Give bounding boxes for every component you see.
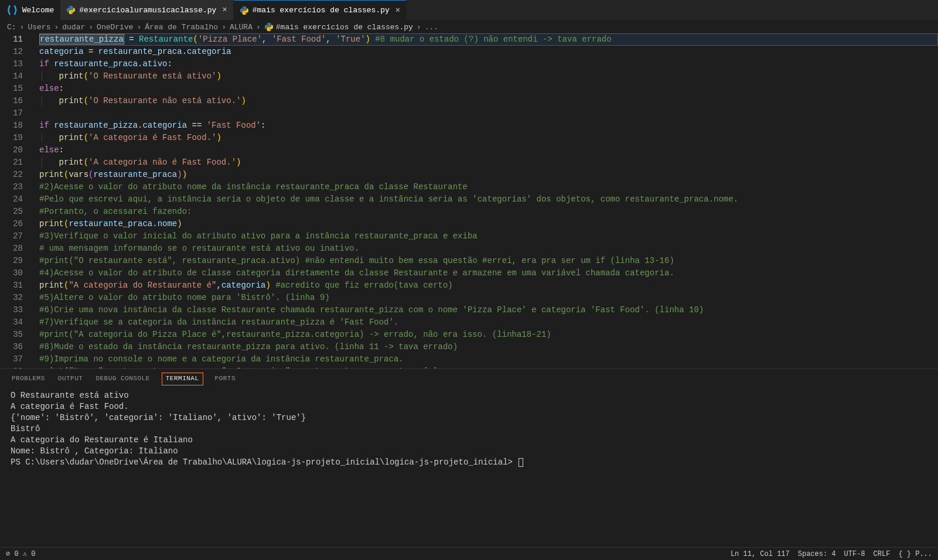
close-icon[interactable]: × (222, 5, 227, 15)
tab-file-1[interactable]: #exercicioaluramusicaclasse.py× (60, 0, 233, 20)
breadcrumb-segment[interactable]: Users (28, 23, 50, 32)
line-number: 29 (0, 255, 23, 267)
python-file-icon (264, 22, 274, 32)
line-number: 31 (0, 279, 23, 292)
status-right: Ln 11, Col 117Spaces: 4UTF-8CRLF{ } P... (731, 550, 932, 558)
terminal-line: O Restaurante está ativo (11, 390, 927, 401)
terminal-prompt[interactable]: PS C:\Users\dudar\OneDrive\Área de Traba… (11, 457, 927, 468)
code-line[interactable]: print(restaurante_praca.nome) (39, 218, 938, 230)
panel-tab-problems[interactable]: PROBLEMS (11, 373, 46, 385)
code-line[interactable]: #Portanto, o acessarei fazendo: (39, 206, 938, 218)
code-line[interactable]: else: (39, 83, 938, 95)
panel-tab-terminal[interactable]: TERMINAL (162, 373, 203, 385)
code-line[interactable]: print(vars(restaurante_praca)) (39, 169, 938, 181)
breadcrumb-segment[interactable]: C: (7, 23, 16, 32)
chevron-right-icon: › (417, 23, 421, 32)
code-line[interactable]: #3)Verifique o valor inicial do atributo… (39, 230, 938, 243)
breadcrumb-file[interactable]: #mais exercícios de classes.py (276, 23, 413, 32)
code-line[interactable]: restaurante_pizza = Restaurante('Pizza P… (39, 33, 938, 46)
code-line[interactable]: #9)Imprima no console o nome e a categor… (39, 353, 938, 366)
line-number: 36 (0, 341, 23, 353)
code-line[interactable]: #8)Mude o estado da instância restaurant… (39, 341, 938, 353)
code-line[interactable]: │ print('A categoria é Fast Food.') (39, 132, 938, 144)
line-number: 27 (0, 230, 23, 243)
line-number: 26 (0, 218, 23, 230)
line-number: 28 (0, 243, 23, 255)
status-item[interactable]: Spaces: 4 (798, 550, 836, 558)
status-bar: ⊘ 0 ⚠ 0 Ln 11, Col 117Spaces: 4UTF-8CRLF… (0, 547, 938, 560)
chevron-right-icon: › (221, 23, 226, 32)
code-line[interactable]: categoria = restaurante_praca.categoria (39, 46, 938, 58)
line-number: 35 (0, 329, 23, 341)
line-number: 17 (0, 107, 23, 119)
chevron-right-icon: › (88, 23, 93, 32)
code-line[interactable] (39, 107, 938, 119)
line-number: 18 (0, 119, 23, 132)
line-number: 20 (0, 144, 23, 156)
chevron-right-icon: › (20, 23, 25, 32)
code-line[interactable]: #print("O restaurante está", restaurante… (39, 255, 938, 267)
status-item[interactable]: UTF-8 (844, 550, 865, 558)
code-line[interactable]: print("A categoria do Restaurante é",cat… (39, 279, 938, 292)
status-item[interactable]: { } P... (898, 550, 932, 558)
panel-tab-ports[interactable]: PORTS (214, 373, 237, 385)
line-number: 21 (0, 156, 23, 169)
terminal-cursor (519, 458, 523, 467)
code-line[interactable]: #print("A categoria do Pizza Place é",re… (39, 329, 938, 341)
code-line[interactable]: # uma mensagem informando se o restauran… (39, 243, 938, 255)
line-number: 11 (0, 33, 23, 46)
tab-label: Welcome (22, 6, 54, 15)
panel-tabs: PROBLEMSOUTPUTDEBUG CONSOLETERMINALPORTS (0, 369, 938, 385)
close-icon[interactable]: × (395, 6, 400, 15)
line-number: 12 (0, 46, 23, 58)
python-file-icon (240, 6, 249, 15)
breadcrumb-segment[interactable]: Área de Trabalho (145, 23, 218, 32)
panel-tab-output[interactable]: OUTPUT (57, 373, 84, 385)
code-line[interactable]: if restaurante_praca.ativo: (39, 58, 938, 70)
code-line[interactable]: #7)Verifique se a categoria da instância… (39, 316, 938, 329)
editor[interactable]: 1112131415161718192021222324252627282930… (0, 33, 938, 368)
panel: PROBLEMSOUTPUTDEBUG CONSOLETERMINALPORTS… (0, 368, 938, 547)
line-number: 38 (0, 366, 23, 368)
breadcrumb-segment[interactable]: OneDrive (97, 23, 133, 32)
line-gutter: 1112131415161718192021222324252627282930… (0, 33, 32, 368)
code-line[interactable]: │ print('O Restaurante não está ativo.') (39, 95, 938, 107)
terminal-line: Nome: Bistrô , Categoria: Italiano (11, 446, 927, 457)
chevron-right-icon: › (256, 23, 261, 32)
code-line[interactable]: │ print('O Restaurante está ativo') (39, 70, 938, 83)
code-line[interactable]: #Pelo que escrevi aqui, a instância seri… (39, 193, 938, 206)
line-number: 23 (0, 181, 23, 193)
line-number: 34 (0, 316, 23, 329)
terminal-line: A categoria é Fast Food. (11, 401, 927, 412)
status-item[interactable]: Ln 11, Col 117 (731, 550, 790, 558)
line-number: 13 (0, 58, 23, 70)
code-line[interactable]: print("Nome:",restaurante_praca.nome,", … (39, 366, 938, 368)
code-line[interactable]: │ print('A categoria não é Fast Food.') (39, 156, 938, 169)
chevron-right-icon: › (54, 23, 59, 32)
code-line[interactable]: #5)Altere o valor do atributo nome para … (39, 292, 938, 304)
tab-welcome[interactable]: ⟨⟩Welcome (0, 0, 60, 20)
code-area[interactable]: restaurante_pizza = Restaurante('Pizza P… (32, 33, 938, 368)
code-line[interactable]: #6)Crie uma nova instância da classe Res… (39, 304, 938, 316)
terminal-line: {'nome': 'Bistrô', 'categoria': 'Italian… (11, 412, 927, 424)
tab-file-2[interactable]: #mais exercícios de classes.py× (234, 0, 407, 20)
breadcrumb[interactable]: C:›Users›dudar›OneDrive›Área de Trabalho… (0, 21, 938, 33)
line-number: 16 (0, 95, 23, 107)
tab-label: #exercicioaluramusicaclasse.py (79, 6, 216, 15)
line-number: 24 (0, 193, 23, 206)
tab-bar: ⟨⟩Welcome#exercicioaluramusicaclasse.py×… (0, 0, 938, 21)
line-number: 33 (0, 304, 23, 316)
breadcrumb-segment[interactable]: ALURA (230, 23, 253, 32)
code-line[interactable]: #4)Acesse o valor do atributo de classe … (39, 267, 938, 279)
status-item[interactable]: CRLF (874, 550, 891, 558)
line-number: 15 (0, 83, 23, 95)
breadcrumb-trail[interactable]: ... (425, 23, 438, 32)
code-line[interactable]: #2)Acesse o valor do atributo nome da in… (39, 181, 938, 193)
breadcrumb-segment[interactable]: dudar (62, 23, 85, 32)
status-item[interactable]: ⊘ 0 ⚠ 0 (6, 549, 35, 558)
panel-tab-debug-console[interactable]: DEBUG CONSOLE (94, 373, 151, 385)
terminal[interactable]: O Restaurante está ativoA categoria é Fa… (0, 385, 938, 547)
code-line[interactable]: else: (39, 144, 938, 156)
terminal-line: A categoria do Restaurante é Italiano (11, 435, 927, 446)
code-line[interactable]: if restaurante_pizza.categoria == 'Fast … (39, 119, 938, 132)
